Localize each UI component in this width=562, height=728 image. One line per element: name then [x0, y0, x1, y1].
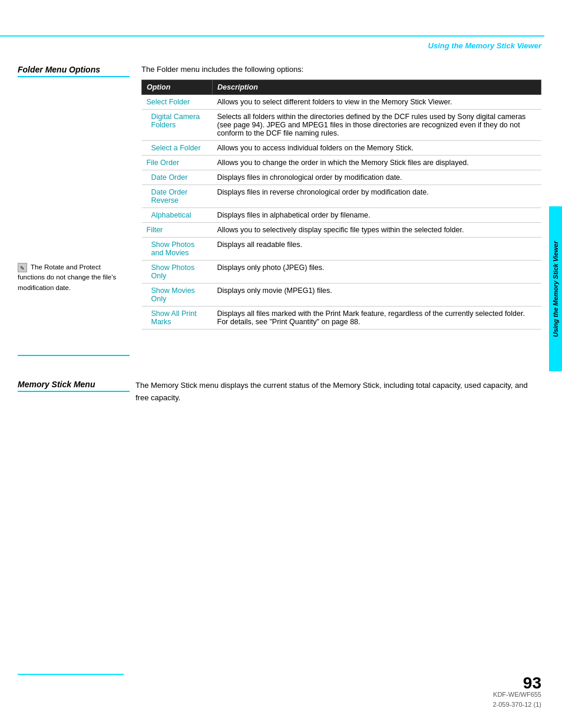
description-cell: Displays files in reverse chronological …	[213, 185, 541, 208]
description-cell: Displays only movie (MPEG1) files.	[213, 284, 541, 307]
description-cell: Displays all readable files.	[213, 238, 541, 261]
bottom-divider-line	[18, 674, 124, 675]
side-tab: Using the Memory Stick Viewer	[549, 206, 562, 371]
memory-stick-title: Memory Stick Menu	[18, 380, 130, 392]
table-row: Show Photos OnlyDisplays only photo (JPE…	[142, 261, 541, 284]
footer-line1: KDF-WE/WF655	[492, 690, 541, 700]
option-cell: Show Photos Only	[142, 261, 213, 284]
table-row: Show Movies OnlyDisplays only movie (MPE…	[142, 284, 541, 307]
note-box: ✎ The Rotate and Protect functions do no…	[18, 262, 130, 293]
option-cell: Date Order	[142, 170, 213, 185]
description-cell: Displays all files marked with the Print…	[213, 307, 541, 330]
option-cell: Alphabetical	[142, 208, 213, 223]
folder-section-body: The Folder menu includes the following o…	[141, 65, 541, 356]
table-row: Show Photos and MoviesDisplays all reada…	[142, 238, 541, 261]
col-option-header: Option	[142, 80, 213, 95]
option-cell: Show All Print Marks	[142, 307, 213, 330]
folder-section-title: Folder Menu Options	[18, 65, 130, 77]
description-cell: Displays files in chronological order by…	[213, 170, 541, 185]
table-row: Show All Print MarksDisplays all files m…	[142, 307, 541, 330]
page-header-title: Using the Memory Stick Viewer	[428, 41, 541, 50]
description-cell: Displays files in alphabetical order by …	[213, 208, 541, 223]
memory-stick-section-row: Memory Stick MenuThe Memory Stick menu d…	[18, 380, 541, 404]
option-cell: Show Movies Only	[142, 284, 213, 307]
table-row: Digital Camera FoldersSelects all folder…	[142, 110, 541, 141]
footer-line2: 2-059-370-12 (1)	[492, 700, 541, 710]
memory-stick-section-title	[18, 353, 130, 356]
col-description-header: Description	[213, 80, 541, 95]
description-cell: Allows you to selectively display specif…	[213, 223, 541, 238]
option-cell: Select Folder	[142, 95, 213, 110]
table-row: Select FolderAllows you to select differ…	[142, 95, 541, 110]
description-cell: Selects all folders within the directori…	[213, 110, 541, 141]
table-row: Select a FolderAllows you to access indi…	[142, 141, 541, 156]
table-row: Date OrderDisplays files in chronologica…	[142, 170, 541, 185]
main-content: Folder Menu Options ✎ The Rotate and Pro…	[18, 65, 541, 404]
table-row: File OrderAllows you to change the order…	[142, 156, 541, 170]
memory-stick-description: The Memory Stick menu displays the curre…	[135, 380, 541, 404]
option-cell: Date Order Reverse	[142, 185, 213, 208]
table-row: AlphabeticalDisplays files in alphabetic…	[142, 208, 541, 223]
memory-stick-section-label: Memory Stick Menu	[18, 380, 135, 404]
note-icon: ✎	[18, 263, 27, 272]
option-cell: Select a Folder	[142, 141, 213, 156]
option-cell: File Order	[142, 156, 213, 170]
folder-intro-text: The Folder menu includes the following o…	[141, 65, 541, 74]
description-cell: Allows you to access individual folders …	[213, 141, 541, 156]
option-cell: Show Photos and Movies	[142, 238, 213, 261]
note-text: The Rotate and Protect functions do not …	[18, 263, 116, 291]
description-cell: Allows you to select different folders t…	[213, 95, 541, 110]
memory-stick-section	[141, 353, 541, 356]
description-cell: Allows you to change the order in which …	[213, 156, 541, 170]
table-row: Date Order ReverseDisplays files in reve…	[142, 185, 541, 208]
footer-text: KDF-WE/WF655 2-059-370-12 (1)	[492, 690, 541, 710]
options-table: Option Description Select FolderAllows y…	[141, 80, 541, 330]
folder-section-label: Folder Menu Options	[18, 65, 135, 82]
top-divider-line	[0, 35, 544, 37]
side-tab-label: Using the Memory Stick Viewer	[552, 241, 559, 337]
option-cell: Filter	[142, 223, 213, 238]
table-row: FilterAllows you to selectively display …	[142, 223, 541, 238]
description-cell: Displays only photo (JPEG) files.	[213, 261, 541, 284]
option-cell: Digital Camera Folders	[142, 110, 213, 141]
